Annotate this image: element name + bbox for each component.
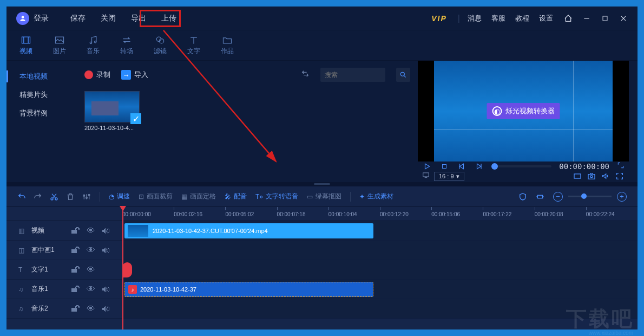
cat-transition[interactable]: 转场: [120, 35, 133, 56]
video-clip[interactable]: 2020-11-03-10-42-37.CUT.00'07-00'24.mp4: [124, 223, 373, 238]
redo-icon[interactable]: [34, 192, 42, 201]
delete-icon[interactable]: [66, 192, 75, 201]
minimize-icon[interactable]: [582, 14, 591, 23]
fullscreen-icon[interactable]: [615, 171, 625, 181]
next-icon[interactable]: [474, 161, 484, 171]
track-lane[interactable]: [122, 241, 638, 260]
play-icon[interactable]: [422, 161, 432, 171]
menu-save[interactable]: 保存: [70, 14, 86, 23]
stop-icon[interactable]: [439, 161, 449, 171]
shield-icon[interactable]: [518, 192, 527, 201]
snapshot-icon[interactable]: [587, 171, 596, 181]
sound-icon[interactable]: 🔊︎: [102, 245, 110, 255]
lock-icon[interactable]: 🔓︎: [71, 265, 80, 275]
import-button[interactable]: → 导入: [121, 70, 148, 80]
adjust-icon[interactable]: [82, 192, 91, 201]
preview-pane: ◐ 烁光视频转换器 00:00:00:00 16 : 9 ▾: [418, 61, 638, 182]
lock-icon[interactable]: 🔓︎: [71, 285, 80, 294]
dub-button[interactable]: 🎤︎配音: [225, 192, 247, 201]
svg-marker-17: [460, 164, 464, 169]
sound-icon[interactable]: 🔊︎: [102, 285, 110, 294]
cat-video[interactable]: 视频: [19, 35, 32, 56]
zoom-slider[interactable]: [568, 196, 612, 197]
generate-button[interactable]: ✦生成素材: [359, 192, 393, 201]
link-settings[interactable]: 设置: [539, 14, 553, 23]
sort-icon[interactable]: [301, 69, 310, 80]
expand-icon[interactable]: [617, 161, 625, 171]
track-lane[interactable]: [122, 299, 638, 318]
link-support[interactable]: 客服: [491, 14, 505, 23]
undo-icon[interactable]: [17, 192, 26, 201]
freeze-button[interactable]: ▦画面定格: [181, 192, 216, 201]
cat-works[interactable]: 作品: [221, 35, 234, 56]
greenscreen-button[interactable]: ▭绿幕抠图: [307, 192, 341, 201]
speed-button[interactable]: ◔调速: [109, 192, 130, 201]
lock-icon[interactable]: 🔓︎: [71, 226, 80, 236]
track-video: ▥视频 🔓︎ 👁︎ 🔊︎ 2020-11-03-10-42-37.CUT.00'…: [6, 221, 638, 241]
track-lane[interactable]: ♪2020-11-03-10-42-37: [122, 280, 638, 299]
app-window: 登录 保存 关闭 导出 上传 VIP | 消息 客服 教程 设置 视频: [6, 7, 638, 329]
chevron-down-icon: ▾: [456, 173, 459, 180]
ratio-icon[interactable]: [573, 171, 582, 181]
window-controls: [564, 14, 628, 23]
sound-icon[interactable]: 🔊︎: [102, 226, 110, 236]
sound-icon[interactable]: 🔊︎: [102, 304, 110, 314]
text-marker[interactable]: [122, 262, 132, 277]
search-box[interactable]: [320, 68, 385, 82]
zoom-in-button[interactable]: +: [617, 192, 627, 202]
cut-icon[interactable]: [50, 192, 58, 201]
lock-icon[interactable]: 🔓︎: [71, 245, 80, 255]
zoom-out-button[interactable]: −: [553, 192, 563, 202]
crop-button[interactable]: ⊡画面裁剪: [139, 192, 173, 201]
track-lane[interactable]: [122, 260, 638, 279]
eye-icon[interactable]: 👁︎: [87, 265, 95, 275]
tts-icon: T»: [255, 193, 263, 201]
side-tab-local[interactable]: 本地视频: [6, 67, 77, 86]
eye-icon[interactable]: 👁︎: [87, 226, 95, 236]
eye-icon[interactable]: 👁︎: [87, 245, 95, 255]
search-icon[interactable]: [396, 68, 410, 82]
cat-music[interactable]: 音乐: [87, 35, 100, 56]
vertical-divider[interactable]: [6, 182, 638, 186]
home-icon[interactable]: [564, 14, 573, 23]
check-icon: ✓: [130, 113, 141, 124]
record-button[interactable]: 录制: [84, 70, 110, 80]
link-messages[interactable]: 消息: [468, 14, 482, 23]
menu-upload[interactable]: 上传: [161, 14, 176, 23]
menu-close[interactable]: 关闭: [101, 14, 116, 23]
music-icon: [88, 35, 98, 46]
svg-marker-19: [477, 164, 481, 169]
volume-icon[interactable]: [601, 171, 610, 181]
login-link[interactable]: 登录: [34, 14, 49, 23]
player-bottom-bar: 16 : 9 ▾: [418, 171, 629, 181]
cat-image[interactable]: 图片: [53, 35, 66, 56]
audio-clip[interactable]: ♪2020-11-03-10-42-37: [124, 282, 373, 297]
eye-icon[interactable]: 👁︎: [87, 304, 95, 314]
film-icon: ▥: [18, 227, 27, 235]
menu-export[interactable]: 导出: [131, 14, 146, 23]
svg-rect-5: [22, 37, 30, 43]
eye-icon[interactable]: 👁︎: [87, 285, 95, 294]
cat-filter[interactable]: 滤镜: [154, 35, 167, 56]
track-lane[interactable]: 2020-11-03-10-42-37.CUT.00'07-00'24.mp4: [122, 221, 638, 240]
close-icon[interactable]: [619, 14, 628, 23]
side-tab-intro[interactable]: 精美片头: [6, 86, 77, 104]
vip-badge[interactable]: VIP: [431, 14, 447, 23]
prev-icon[interactable]: [457, 161, 466, 171]
aspect-ratio-select[interactable]: 16 : 9 ▾: [434, 172, 464, 181]
progress-slider[interactable]: [491, 165, 551, 167]
link-tutorial[interactable]: 教程: [515, 14, 529, 23]
watermark-url: www.xiazaiba.com: [589, 330, 633, 336]
maximize-icon[interactable]: [601, 14, 609, 23]
thumbnail-item[interactable]: ✓ 2020-11-03-10-4...: [84, 91, 140, 131]
search-input[interactable]: [325, 71, 368, 79]
timeline-ruler[interactable]: 00:00:00:00 00:00:02:16 00:00:05:02 00:0…: [6, 207, 638, 221]
text-icon: [188, 35, 199, 46]
svg-rect-21: [423, 173, 429, 177]
playhead[interactable]: [122, 207, 123, 329]
lock-icon[interactable]: 🔓︎: [71, 304, 80, 314]
side-tab-bg[interactable]: 背景样例: [6, 104, 77, 122]
cat-text[interactable]: 文字: [187, 35, 200, 56]
tts-button[interactable]: T»文字转语音: [255, 192, 298, 201]
fit-icon[interactable]: [536, 192, 544, 201]
